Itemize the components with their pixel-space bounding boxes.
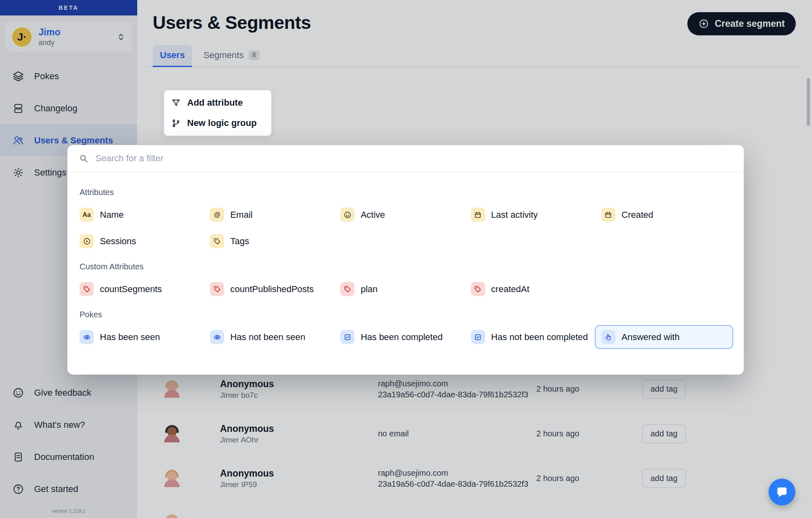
filter-item-email[interactable]: @ Email — [210, 208, 340, 222]
filter-search-bar — [67, 145, 744, 172]
filter-item-label: Active — [361, 210, 385, 220]
filter-picker-modal: Attributes Aa Name @ Email Active Last a — [67, 145, 744, 375]
section-title-pokes: Pokes — [80, 310, 732, 319]
check-square-icon — [471, 330, 485, 344]
filter-item-has-not-been-completed[interactable]: Has not been completed — [471, 330, 601, 344]
check-square-icon — [340, 330, 354, 344]
search-input[interactable] — [95, 153, 733, 164]
calendar-icon — [601, 208, 615, 222]
add-attribute-label: Add attribute — [187, 98, 243, 108]
pointer-hand-icon — [601, 330, 615, 344]
eye-off-icon — [210, 330, 224, 344]
filter-item-label: Answered with — [622, 332, 680, 342]
custom-attributes-grid: countSegments countPublishedPosts plan c… — [80, 282, 732, 296]
filter-item-countsegments[interactable]: countSegments — [80, 282, 210, 296]
search-icon — [78, 153, 89, 164]
logic-branch-icon — [171, 118, 181, 128]
filter-item-label: Name — [100, 210, 124, 220]
filter-item-last-activity[interactable]: Last activity — [471, 208, 601, 222]
calendar-icon — [471, 208, 485, 222]
filter-item-label: Has not been completed — [491, 332, 588, 342]
filter-item-countpublishedposts[interactable]: countPublishedPosts — [210, 282, 340, 296]
filter-modal-body: Attributes Aa Name @ Email Active Last a — [67, 172, 744, 344]
add-attribute-menu-item[interactable]: Add attribute — [164, 93, 271, 113]
chat-launcher-button[interactable] — [769, 479, 795, 505]
tag-icon — [80, 282, 94, 296]
filter-item-answered-with[interactable]: Answered with — [595, 325, 733, 349]
filter-item-label: Has not been seen — [230, 332, 305, 342]
filter-item-label: Tags — [230, 236, 249, 247]
filter-item-createdat[interactable]: createdAt — [471, 282, 601, 296]
filter-item-sessions[interactable]: Sessions — [80, 234, 210, 248]
eye-icon — [80, 330, 94, 344]
new-logic-group-menu-item[interactable]: New logic group — [164, 113, 271, 133]
section-title-custom-attributes: Custom Attributes — [80, 262, 732, 271]
play-circle-icon — [80, 234, 94, 248]
funnel-icon — [171, 98, 181, 108]
filter-item-has-been-completed[interactable]: Has been completed — [340, 330, 471, 344]
filter-item-has-been-seen[interactable]: Has been seen — [80, 330, 210, 344]
filter-item-label: countSegments — [100, 284, 162, 295]
filter-item-created[interactable]: Created — [601, 208, 732, 222]
filter-item-name[interactable]: Aa Name — [80, 208, 210, 222]
attribute-dropdown-menu: Add attribute New logic group — [164, 90, 272, 136]
tag-icon — [340, 282, 354, 296]
filter-item-label: Created — [622, 210, 653, 220]
chat-bubble-icon — [775, 485, 789, 499]
filter-item-label: Sessions — [100, 236, 136, 247]
filter-item-label: plan — [361, 284, 378, 295]
filter-item-label: countPublishedPosts — [230, 284, 313, 295]
tag-icon — [471, 282, 485, 296]
filter-item-label: Has been seen — [100, 332, 160, 342]
tag-icon — [210, 282, 224, 296]
filter-item-label: Email — [230, 210, 253, 220]
tag-icon — [210, 234, 224, 248]
filter-item-has-not-been-seen[interactable]: Has not been seen — [210, 330, 340, 344]
name-attribute-icon: Aa — [80, 208, 94, 222]
filter-item-label: Has been completed — [361, 332, 443, 342]
filter-item-tags[interactable]: Tags — [210, 234, 340, 248]
smiley-icon — [340, 208, 354, 222]
new-logic-group-label: New logic group — [187, 118, 257, 128]
attributes-grid: Aa Name @ Email Active Last activity — [80, 208, 732, 248]
filter-item-plan[interactable]: plan — [340, 282, 471, 296]
filter-item-label: Last activity — [491, 210, 538, 220]
at-sign-icon: @ — [210, 208, 224, 222]
pokes-grid: Has been seen Has not been seen Has been… — [80, 330, 732, 344]
filter-item-label: createdAt — [491, 284, 529, 295]
section-title-attributes: Attributes — [80, 188, 732, 197]
filter-item-active[interactable]: Active — [340, 208, 471, 222]
